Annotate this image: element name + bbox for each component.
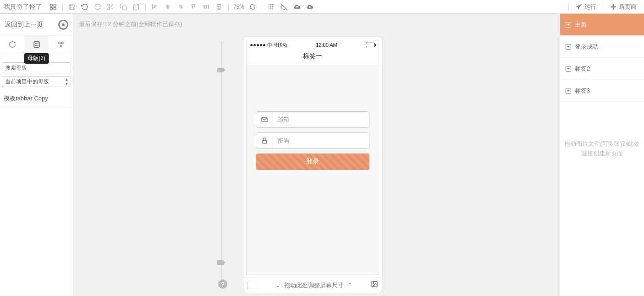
login-button-label: 登录 [306,158,319,166]
separator [568,2,569,11]
separator [603,2,603,11]
cut-icon[interactable] [104,0,117,13]
page-item-login-success[interactable]: + 登录成功 [560,36,644,58]
masters-tab[interactable] [24,36,49,53]
ruler-handle-bottom[interactable] [217,260,226,265]
align-left-icon[interactable] [149,0,161,13]
paste-icon[interactable] [130,0,143,13]
chevron-up-icon: ⌃ [347,282,352,289]
grid-icon[interactable] [265,0,278,13]
svg-rect-13 [154,7,155,8]
svg-rect-29 [250,4,255,9]
new-page-button[interactable]: 新页面 [606,3,640,11]
canvas-area[interactable]: 最后保存:12 分钟之前(全部操作已保存) 中国移动 12:00 AM 标签一 [73,14,560,296]
separator [228,2,229,11]
password-field[interactable]: 密码 [256,132,369,149]
login-form: 邮箱 密码 登录 [247,66,379,170]
screen-size-box[interactable] [247,282,257,289]
expand-icon[interactable]: + [566,44,571,49]
run-button[interactable]: 运行 [572,3,600,11]
separator [262,2,262,11]
svg-rect-10 [135,4,137,5]
ruler-handle-top[interactable] [217,68,226,72]
battery-icon [366,43,375,47]
rotate-icon[interactable] [246,0,259,13]
cloud-download-icon[interactable] [303,0,316,13]
svg-rect-27 [217,6,221,7]
cloud-upload-icon[interactable] [291,0,303,13]
zoom-level[interactable]: 75% [233,4,244,10]
resize-hint[interactable]: ⌄ 拖动此处调整屏幕尺寸 ⌃ [262,281,366,290]
device-screen[interactable]: 中国移动 12:00 AM 标签一 邮箱 [246,40,379,274]
distribute-h-icon[interactable] [200,0,213,13]
svg-rect-22 [194,5,195,7]
svg-rect-23 [204,5,205,9]
email-field[interactable]: 邮箱 [256,111,369,128]
save-status: 最后保存:12 分钟之前(全部操作已保存) [79,20,182,28]
vertical-ruler[interactable] [221,41,222,284]
visibility-icon[interactable] [278,0,291,13]
svg-rect-28 [217,8,221,10]
distribute-v-icon[interactable] [213,0,226,13]
components-tab[interactable] [0,36,24,53]
image-icon[interactable] [371,280,378,290]
svg-point-5 [108,8,110,10]
separator [62,2,63,11]
mail-icon [256,112,273,127]
chevron-down-icon: ⌄ [275,282,281,289]
page-item-home[interactable]: + 主页 [560,14,644,36]
svg-rect-44 [262,140,266,143]
device-frame: 中国移动 12:00 AM 标签一 邮箱 [243,37,382,293]
top-toolbar: 我真奇了怪了 75% 运行 新页面 [0,0,644,14]
save-icon[interactable] [66,0,78,13]
password-placeholder: 密码 [273,137,289,145]
align-right-icon[interactable] [174,0,187,13]
svg-rect-17 [183,4,183,9]
svg-point-42 [60,45,62,47]
page-label: 标签2 [575,65,590,73]
modules-tab[interactable] [49,36,73,53]
lock-icon [256,133,273,148]
grid-toggle-icon[interactable] [47,0,60,13]
svg-rect-15 [166,5,170,6]
svg-rect-20 [191,4,196,5]
undo-icon[interactable] [78,0,91,13]
left-panel-tabs: 母版(2) [0,36,73,53]
page-item-tab2[interactable]: + 标签2 [560,58,644,80]
expand-icon[interactable]: + [566,22,571,27]
svg-rect-9 [122,6,127,10]
target-icon[interactable] [58,20,68,30]
separator [145,2,146,11]
svg-rect-26 [217,4,221,5]
svg-rect-11 [152,4,153,9]
expand-icon[interactable]: + [566,66,571,71]
svg-rect-0 [50,4,53,6]
expand-icon[interactable]: + [566,88,571,93]
page-label: 登录成功 [575,43,599,51]
select-label: 当前项目中的母版 [5,78,49,86]
redo-icon[interactable] [91,0,104,13]
master-scope-select[interactable]: 当前项目中的母版 ▴▾ [2,76,71,87]
svg-rect-19 [180,7,182,8]
svg-point-40 [58,42,60,44]
help-icon[interactable]: ? [218,280,227,289]
time-label: 12:00 AM [316,42,337,48]
svg-rect-24 [206,5,207,9]
back-link[interactable]: 返回到上一页 [5,21,43,29]
search-masters-input[interactable] [2,62,71,73]
pages-panel: + 主页 + 登录成功 + 标签2 + 标签3 拖动图片文件(可多张)到此处 直… [560,14,644,296]
page-label: 标签3 [575,87,590,95]
page-item-tab3[interactable]: + 标签3 [560,80,644,102]
project-title: 我真奇了怪了 [4,3,42,11]
copy-icon[interactable] [117,0,130,13]
login-button[interactable]: 登录 [256,153,369,170]
svg-rect-14 [167,4,168,9]
svg-rect-21 [192,5,193,8]
align-top-icon[interactable] [187,0,200,13]
svg-point-39 [34,41,39,43]
align-center-icon[interactable] [161,0,174,13]
svg-point-41 [61,42,63,44]
svg-rect-12 [154,5,157,6]
master-list-item[interactable]: 模板tabbar Copy [0,90,73,108]
svg-rect-2 [50,7,53,10]
